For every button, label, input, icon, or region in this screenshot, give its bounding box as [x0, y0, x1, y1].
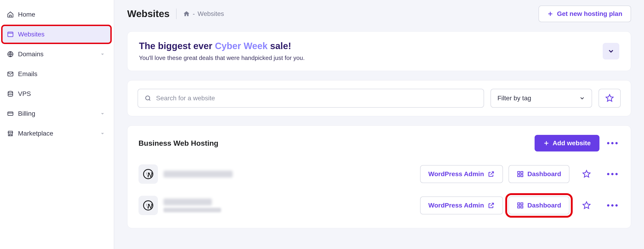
sidebar-item-label: VPS [18, 90, 31, 97]
star-icon [582, 201, 591, 210]
wordpress-admin-button[interactable]: WordPress Admin [420, 197, 503, 215]
more-icon [607, 173, 618, 175]
store-icon [7, 130, 14, 137]
promo-subtitle: You'll love these great deals that were … [139, 54, 305, 61]
svg-rect-7 [518, 172, 520, 174]
site-name[interactable] [164, 171, 233, 178]
external-link-icon [488, 202, 495, 209]
site-platform-badge [138, 164, 158, 184]
search-icon [144, 95, 152, 102]
svg-rect-15 [521, 206, 523, 208]
website-row: WordPress Admin Dashboard [138, 190, 620, 221]
sidebar-item-label: Home [18, 11, 35, 18]
sidebar-item-billing[interactable]: Billing [2, 105, 111, 123]
sidebar-item-marketplace[interactable]: Marketplace [2, 124, 111, 143]
website-row-more-button[interactable] [605, 167, 620, 182]
website-row-more-button[interactable] [605, 198, 620, 213]
button-label: Dashboard [528, 170, 561, 178]
sidebar-item-label: Domains [18, 50, 44, 58]
new-hosting-plan-button[interactable]: Get new hosting plan [538, 5, 631, 22]
window-icon [7, 31, 14, 38]
breadcrumb-current: Websites [198, 10, 224, 17]
svg-rect-4 [8, 112, 13, 115]
search-input[interactable] [156, 94, 477, 102]
chevron-down-icon [99, 110, 106, 117]
breadcrumb[interactable]: - Websites [183, 10, 224, 17]
server-icon [7, 90, 14, 97]
search-bar-card: Filter by tag [127, 80, 631, 116]
promo-title: The biggest ever Cyber Week sale! [139, 41, 305, 51]
dashboard-icon [517, 202, 524, 209]
site-name[interactable] [164, 199, 221, 212]
promo-title-pre: The biggest ever [139, 41, 215, 51]
search-input-wrapper[interactable] [138, 89, 484, 108]
sidebar-item-label: Marketplace [18, 130, 53, 137]
breadcrumb-sep: - [193, 10, 195, 17]
header-bar: Websites - Websites Get new hosting plan [127, 5, 631, 22]
svg-rect-12 [518, 203, 520, 205]
dashboard-button[interactable]: Dashboard [508, 197, 570, 215]
hosting-group-more-button[interactable] [605, 136, 620, 151]
promo-banner: The biggest ever Cyber Week sale! You'll… [127, 31, 631, 71]
sidebar-item-label: Emails [18, 70, 38, 78]
svg-rect-14 [518, 206, 520, 208]
favorites-filter-button[interactable] [598, 89, 621, 108]
svg-point-5 [146, 96, 150, 100]
svg-rect-0 [8, 32, 13, 37]
svg-rect-13 [521, 203, 523, 205]
chevron-down-icon [607, 47, 615, 55]
hosting-group-card: Business Web Hosting Add website WordPre… [127, 125, 631, 228]
globe-icon [7, 51, 14, 58]
sidebar: Home Websites Domains Emails VPS Billing… [0, 0, 114, 249]
website-row: WordPress Admin Dashboard [138, 158, 620, 190]
hosting-group-title: Business Web Hosting [138, 139, 218, 148]
hosting-group-header: Business Web Hosting Add website [138, 135, 620, 152]
chevron-down-icon [99, 51, 106, 58]
svg-point-3 [8, 91, 13, 93]
wordpress-icon [143, 200, 153, 211]
filter-label: Filter by tag [498, 94, 531, 102]
dashboard-button[interactable]: Dashboard [508, 165, 570, 183]
dashboard-icon [517, 171, 524, 178]
wordpress-icon [143, 169, 153, 179]
sidebar-item-label: Websites [18, 31, 44, 38]
button-label: WordPress Admin [428, 202, 484, 209]
main-content: Websites - Websites Get new hosting plan… [114, 0, 644, 249]
sidebar-item-vps[interactable]: VPS [2, 85, 111, 103]
button-label: WordPress Admin [428, 170, 484, 178]
plus-icon [543, 140, 549, 146]
promo-title-highlight: Cyber Week [215, 41, 268, 51]
more-icon [607, 142, 618, 144]
card-icon [7, 110, 14, 117]
button-label: Dashboard [528, 202, 561, 209]
favorite-toggle[interactable] [579, 167, 594, 182]
mail-icon [7, 70, 14, 77]
sidebar-item-domains[interactable]: Domains [2, 45, 111, 63]
divider [176, 8, 176, 19]
sidebar-item-label: Billing [18, 110, 35, 117]
add-website-button[interactable]: Add website [534, 135, 600, 152]
button-label: Add website [552, 140, 591, 147]
sidebar-item-websites[interactable]: Websites [2, 25, 111, 43]
promo-expand-button[interactable] [603, 43, 619, 59]
favorite-toggle[interactable] [579, 198, 594, 213]
chevron-down-icon [99, 130, 106, 137]
sidebar-item-emails[interactable]: Emails [2, 65, 111, 83]
wordpress-admin-button[interactable]: WordPress Admin [420, 165, 503, 183]
promo-title-post: sale! [268, 41, 291, 51]
svg-rect-8 [521, 172, 523, 174]
star-icon [582, 170, 591, 179]
site-platform-badge [138, 196, 158, 215]
more-icon [607, 204, 618, 207]
page-title: Websites [127, 8, 170, 19]
plus-icon [547, 11, 553, 17]
home-icon [183, 10, 190, 17]
filter-by-tag-dropdown[interactable]: Filter by tag [490, 89, 592, 108]
svg-rect-9 [518, 175, 520, 177]
sidebar-item-home[interactable]: Home [2, 5, 111, 23]
home-icon [7, 11, 14, 18]
external-link-icon [488, 171, 495, 178]
star-icon [605, 94, 614, 103]
svg-rect-10 [521, 175, 523, 177]
chevron-down-icon [579, 95, 585, 101]
